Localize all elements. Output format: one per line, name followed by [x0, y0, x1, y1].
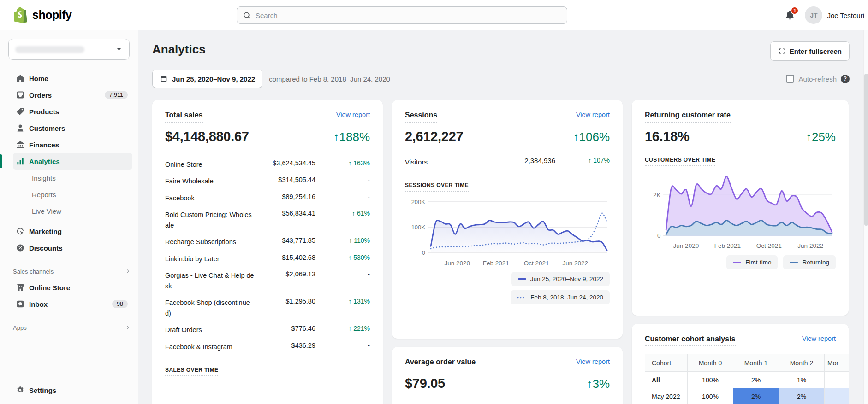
- help-icon[interactable]: ?: [841, 75, 850, 83]
- sidebar-section-apps[interactable]: Apps: [13, 320, 131, 335]
- view-report-link[interactable]: View report: [802, 335, 836, 342]
- auto-refresh-control: Auto-refresh ?: [786, 75, 850, 83]
- sidebar-item-label: Products: [29, 108, 59, 116]
- store-selector[interactable]: [8, 39, 130, 60]
- channel-row: Linkin.bio by Later$15,402.68↑ 530%: [165, 251, 370, 267]
- page-scrollbar[interactable]: [863, 0, 868, 404]
- cohort-header-cell: Month 1: [733, 354, 779, 372]
- user-menu[interactable]: JT Joe Testouri: [805, 6, 864, 24]
- user-name: Joe Testouri: [827, 12, 864, 19]
- shopify-logo[interactable]: shopify: [0, 7, 71, 23]
- view-report-link[interactable]: View report: [576, 358, 610, 365]
- svg-text:Jun 2022: Jun 2022: [562, 260, 588, 267]
- svg-text:Feb 2021: Feb 2021: [714, 242, 741, 249]
- first-time-swatch: [733, 262, 741, 263]
- section-label: Apps: [13, 324, 27, 331]
- orders-icon: [16, 90, 25, 100]
- channel-row: Draft Orders$776.46↑ 221%: [165, 322, 370, 338]
- analytics-icon: [16, 157, 25, 166]
- channel-row: Faire Wholesale$314,505.44-: [165, 173, 370, 189]
- sidebar-item-label: Discounts: [29, 244, 63, 252]
- svg-text:Jun 2022: Jun 2022: [797, 242, 823, 249]
- brand-wordmark: shopify: [32, 8, 71, 22]
- cohort-header-cell: Month 2: [779, 354, 825, 372]
- channel-row: Gorgias - Live Chat & Help desk$2,069.13…: [165, 267, 370, 294]
- sidebar-item-label: Orders: [29, 91, 52, 99]
- channel-row: Facebook & Instagram$436.29-: [165, 339, 370, 355]
- finances-icon: [16, 140, 25, 149]
- scrollbar-thumb[interactable]: [864, 74, 868, 226]
- enter-fullscreen-button[interactable]: Enter fullscreen: [770, 41, 850, 61]
- svg-text:0: 0: [422, 249, 425, 256]
- sidebar-item-settings[interactable]: Settings: [13, 382, 132, 398]
- chevron-right-icon: [125, 324, 131, 331]
- sidebar-item-label: Insights: [32, 174, 56, 182]
- online-store-icon: [16, 283, 25, 292]
- products-icon: [16, 107, 25, 116]
- returning-customer-rate-card: Returning customer rate 16.18% ↑25% CUST…: [632, 100, 849, 316]
- inbox-count-badge: 98: [112, 300, 128, 308]
- view-report-link[interactable]: View report: [336, 111, 370, 118]
- sidebar-item-live-view[interactable]: Live View: [13, 203, 132, 219]
- sidebar-item-reports[interactable]: Reports: [13, 186, 132, 203]
- legend-returning[interactable]: Returning: [783, 255, 836, 269]
- sidebar-item-customers[interactable]: Customers: [13, 120, 132, 136]
- legend-current-period[interactable]: Jun 25, 2020–Nov 9, 2022: [511, 272, 610, 286]
- sidebar-item-online-store[interactable]: Online Store: [13, 279, 132, 296]
- store-name-redacted: [15, 46, 84, 53]
- marketing-icon: [16, 227, 25, 236]
- notification-badge: 1: [791, 6, 799, 15]
- sidebar-item-insights[interactable]: Insights: [13, 170, 132, 186]
- customers-legend: First-time Returning: [645, 255, 836, 269]
- fullscreen-label: Enter fullscreen: [790, 47, 842, 55]
- returning-swatch: [790, 262, 798, 263]
- visitors-row: Visitors 2,384,936 ↑ 107%: [405, 153, 610, 170]
- topbar-right: 1 JT Joe Testouri: [782, 0, 864, 30]
- aov-change: ↑3%: [586, 377, 610, 391]
- cohort-row-may-2022: May 2022 100% 2% 2%: [645, 388, 849, 404]
- cohort-row-all: All 100% 2% 1%: [645, 372, 849, 388]
- sidebar-item-discounts[interactable]: Discounts: [13, 240, 132, 256]
- svg-text:100K: 100K: [411, 224, 426, 231]
- card-title: Sessions: [405, 111, 437, 123]
- view-report-link[interactable]: View report: [576, 111, 610, 118]
- channel-row: Recharge Subscriptions$43,771.85↑ 110%: [165, 234, 370, 250]
- notifications-button[interactable]: 1: [782, 7, 797, 23]
- cohort-table: Cohort Month 0 Month 1 Month 2 Mor All 1…: [645, 354, 849, 404]
- date-range-button[interactable]: Jun 25, 2020–Nov 9, 2022: [152, 70, 262, 88]
- cohort-header-cell: Mor: [825, 354, 849, 372]
- sidebar-section-sales-channels[interactable]: Sales channels: [13, 263, 131, 279]
- sidebar-item-products[interactable]: Products: [13, 103, 132, 120]
- search-icon: [243, 11, 251, 20]
- sidebar-item-marketing[interactable]: Marketing: [13, 223, 132, 240]
- sidebar-item-analytics[interactable]: Analytics: [13, 153, 132, 170]
- sessions-change: ↑106%: [573, 130, 610, 144]
- card-title: Customer cohort analysis: [645, 335, 736, 346]
- card-title: Total sales: [165, 111, 203, 123]
- svg-text:200K: 200K: [411, 199, 426, 205]
- customers-chart: 02KJun 2020Feb 2021Oct 2021Jun 2022: [645, 171, 836, 251]
- sidebar-item-home[interactable]: Home: [13, 70, 132, 87]
- sidebar-item-label: Finances: [29, 141, 59, 149]
- sessions-over-time-heading: SESSIONS OVER TIME: [405, 182, 469, 192]
- fullscreen-icon: [778, 47, 785, 55]
- channel-row: Bold Custom Pricing: Wholesale$56,834.41…: [165, 206, 370, 234]
- sidebar-item-label: Customers: [29, 124, 65, 132]
- chevron-right-icon: [125, 268, 131, 275]
- legend-first-time[interactable]: First-time: [726, 255, 778, 269]
- total-sales-value: $4,148,880.67: [165, 129, 249, 144]
- sidebar-item-label: Settings: [29, 386, 56, 394]
- auto-refresh-checkbox[interactable]: [786, 75, 794, 83]
- sidebar-item-orders[interactable]: Orders 7,911: [13, 87, 132, 103]
- gear-icon: [16, 386, 25, 395]
- sessions-legend: Jun 25, 2020–Nov 9, 2022 Feb 8, 2018–Jun…: [405, 272, 610, 304]
- legend-previous-period[interactable]: Feb 8, 2018–Jun 24, 2020: [511, 290, 610, 304]
- sidebar-item-finances[interactable]: Finances: [13, 136, 132, 153]
- orders-count-badge: 7,911: [105, 91, 128, 99]
- svg-text:Feb 2021: Feb 2021: [483, 260, 509, 267]
- global-search[interactable]: [237, 6, 567, 24]
- sidebar-item-inbox[interactable]: Inbox 98: [13, 296, 132, 312]
- page-title: Analytics: [152, 42, 868, 57]
- search-input[interactable]: [256, 12, 561, 19]
- sidebar: Home Orders 7,911 Products Customers Fin…: [0, 30, 138, 404]
